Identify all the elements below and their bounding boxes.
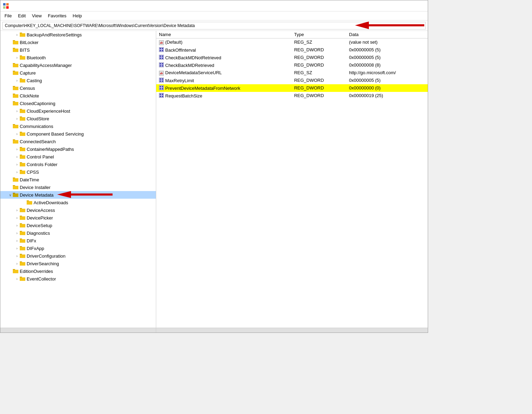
tree-item-bitlocker[interactable]: BitLocker: [0, 38, 156, 46]
svg-rect-28: [160, 96, 161, 97]
tree-item-clicknote[interactable]: ClickNote: [0, 92, 156, 100]
svg-rect-27: [162, 94, 163, 95]
menu-favorites[interactable]: Favorites: [45, 12, 69, 19]
tree-item-connectedsearch[interactable]: ConnectedSearch: [0, 138, 156, 145]
tree-toggle[interactable]: ∨: [7, 192, 13, 198]
menu-help[interactable]: Help: [70, 12, 85, 19]
folder-icon: [20, 223, 25, 228]
tree-toggle[interactable]: ›: [14, 169, 20, 175]
tree-item-editionoverrides[interactable]: EditionOverrides: [0, 267, 156, 275]
tree-label: Device Metadata: [20, 192, 54, 198]
tree-item-device-installer[interactable]: Device Installer: [0, 183, 156, 191]
tree-toggle[interactable]: ›: [14, 146, 20, 152]
tree-label: BackupAndRestoreSettings: [27, 32, 82, 37]
reg-name-cell: BackOffInterval: [156, 46, 291, 54]
tree-item-census[interactable]: Census: [0, 84, 156, 92]
reg-name-cell: ab(Default): [156, 38, 291, 46]
tree-item-datetime[interactable]: DateTime: [0, 176, 156, 183]
reg-name-cell: PreventDeviceMetadataFromNetwork: [156, 84, 291, 92]
tree-toggle[interactable]: ›: [14, 116, 20, 121]
tree-item-activedownloads[interactable]: ActiveDownloads: [0, 199, 156, 206]
tree-panel[interactable]: ›BackupAndRestoreSettingsBitLockerBITS›B…: [0, 31, 156, 328]
svg-rect-8: [160, 50, 161, 51]
tree-item-cloudstore[interactable]: ›CloudStore: [0, 115, 156, 122]
tree-item-device-metadata[interactable]: ∨Device Metadata: [0, 191, 156, 199]
tree-toggle[interactable]: ›: [14, 253, 20, 259]
folder-icon: [13, 192, 18, 197]
tree-item-capture[interactable]: Capture: [0, 69, 156, 77]
tree-item-casting[interactable]: ›Casting: [0, 77, 156, 84]
tree-toggle[interactable]: ›: [14, 55, 20, 60]
table-row[interactable]: RequestBatchSizeREG_DWORD0x00000019 (25): [156, 92, 428, 100]
tree-label: Capture: [20, 70, 36, 76]
menu-edit[interactable]: Edit: [15, 12, 28, 19]
tree-toggle[interactable]: ›: [14, 162, 20, 167]
tree-scrollbar-h[interactable]: [0, 328, 156, 333]
tree-toggle[interactable]: ›: [14, 245, 20, 251]
tree-red-arrow-annotation: [57, 191, 113, 199]
reg-data-cell: 0x00000005 (5): [346, 54, 428, 61]
tree-item-capabilityaccessmanager[interactable]: CapabilityAccessManager: [0, 61, 156, 69]
tree-toggle[interactable]: ›: [14, 207, 20, 213]
tree-toggle[interactable]: ›: [14, 261, 20, 266]
table-row[interactable]: BackOffIntervalREG_DWORD0x00000005 (5): [156, 46, 428, 54]
folder-icon: [13, 86, 18, 90]
tree-toggle[interactable]: ›: [14, 108, 20, 114]
tree-item-containermappedpaths[interactable]: ›ContainerMappedPaths: [0, 145, 156, 153]
tree-item-eventcollector[interactable]: ›EventCollector: [0, 275, 156, 283]
values-scrollbar-h[interactable]: [156, 328, 428, 333]
folder-icon: [20, 32, 25, 37]
tree-toggle[interactable]: ›: [14, 78, 20, 83]
tree-item-bits[interactable]: BITS: [0, 46, 156, 54]
registry-values-panel[interactable]: Name Type Data ab(Default)REG_SZ(value n…: [156, 31, 428, 328]
tree-item-devicepicker[interactable]: ›DevicePicker: [0, 214, 156, 222]
maximize-button[interactable]: [393, 0, 409, 11]
reg-type-cell: REG_SZ: [291, 69, 346, 77]
tree-item-bluetooth[interactable]: ›Bluetooth: [0, 54, 156, 61]
table-row[interactable]: PreventDeviceMetadataFromNetworkREG_DWOR…: [156, 84, 428, 92]
minimize-button[interactable]: [377, 0, 393, 11]
tree-toggle[interactable]: ›: [14, 154, 20, 159]
folder-icon: [13, 139, 18, 144]
tree-toggle[interactable]: ›: [14, 32, 20, 37]
tree-item-closedcaptioning[interactable]: ClosedCaptioning: [0, 100, 156, 107]
tree-toggle: [7, 93, 13, 98]
tree-item-component-based-servicing[interactable]: ›Component Based Servicing: [0, 130, 156, 138]
tree-toggle[interactable]: ›: [14, 131, 20, 137]
tree-toggle[interactable]: ›: [14, 238, 20, 243]
folder-icon: [20, 276, 25, 281]
reg-name-text: BackOffInterval: [165, 48, 196, 53]
tree-toggle: [7, 177, 13, 182]
tree-item-control-panel[interactable]: ›Control Panel: [0, 153, 156, 161]
table-row[interactable]: MaxRetryLimitREG_DWORD0x00000005 (5): [156, 77, 428, 84]
tree-item-controls-folder[interactable]: ›Controls Folder: [0, 161, 156, 168]
menu-file[interactable]: File: [2, 12, 15, 19]
tree-item-difx[interactable]: ›DIFx: [0, 237, 156, 244]
tree-item-driverconfiguration[interactable]: ›DriverConfiguration: [0, 252, 156, 260]
tree-label: Device Installer: [20, 185, 51, 190]
tree-item-cloudexperiencehost[interactable]: ›CloudExperienceHost: [0, 107, 156, 115]
tree-toggle[interactable]: ›: [14, 276, 20, 282]
tree-item-difxapp[interactable]: ›DIFxApp: [0, 244, 156, 252]
close-button[interactable]: [409, 0, 425, 11]
menu-view[interactable]: View: [29, 12, 44, 19]
tree-item-communications[interactable]: Communications: [0, 122, 156, 130]
folder-icon: [20, 147, 25, 152]
tree-item-deviceaccess[interactable]: ›DeviceAccess: [0, 206, 156, 214]
table-row[interactable]: ab(Default)REG_SZ(value not set): [156, 38, 428, 46]
tree-toggle: [7, 139, 13, 144]
tree-item-devicesetup[interactable]: ›DeviceSetup: [0, 222, 156, 229]
folder-icon: [13, 269, 18, 274]
tree-item-cpss[interactable]: ›CPSS: [0, 168, 156, 176]
tree-toggle[interactable]: ›: [14, 223, 20, 228]
tree-item-backupandrestoresettings[interactable]: ›BackupAndRestoreSettings: [0, 31, 156, 38]
table-row[interactable]: CheckBackMDNotRetrievedREG_DWORD0x000000…: [156, 54, 428, 61]
tree-toggle[interactable]: ›: [14, 215, 20, 221]
folder-icon: [20, 238, 25, 243]
tree-toggle[interactable]: ›: [14, 230, 20, 236]
tree-label: Control Panel: [27, 154, 54, 159]
table-row[interactable]: CheckBackMDRetrievedREG_DWORD0x00000008 …: [156, 61, 428, 69]
tree-item-driversearching[interactable]: ›DriverSearching: [0, 260, 156, 267]
tree-item-diagnostics[interactable]: ›Diagnostics: [0, 229, 156, 237]
table-row[interactable]: abDeviceMetadataServiceURLREG_SZhttp://g…: [156, 69, 428, 77]
